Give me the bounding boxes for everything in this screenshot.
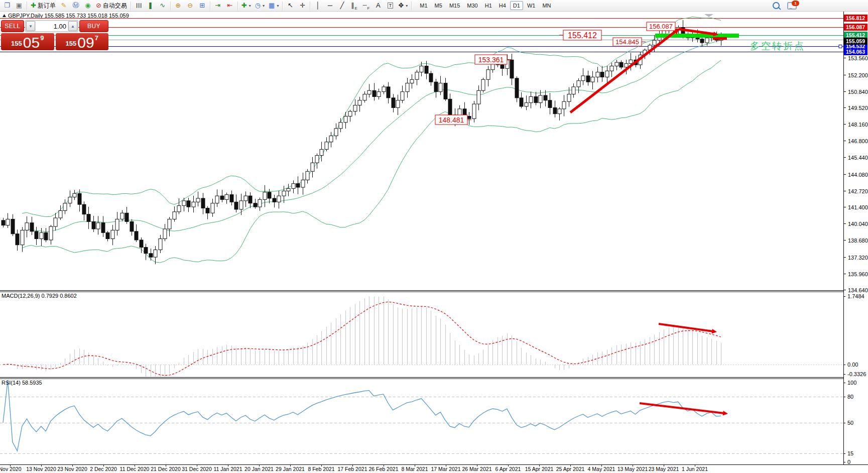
svg-text:26 Mar 2021: 26 Mar 2021 (462, 466, 492, 472)
svg-text:152.200: 152.200 (848, 72, 868, 78)
cursor-icon[interactable]: ↖ (284, 0, 296, 11)
timeframe-m1[interactable]: M1 (417, 1, 430, 10)
new-order-button[interactable]: ✚新订单 (29, 0, 58, 11)
svg-text:13 Nov 2020: 13 Nov 2020 (26, 466, 56, 472)
indicators-glyph: ✚ (241, 1, 247, 10)
auto-scroll-icon: ⇥ (215, 1, 220, 10)
templates-button[interactable]: ▦▾ (267, 0, 281, 11)
metaeditor-icon: ✎ (61, 1, 66, 10)
chart-shift-icon: ⇤ (227, 1, 232, 10)
chevron-down-icon: ▾ (249, 4, 251, 8)
timeframe-h1[interactable]: H1 (482, 1, 495, 10)
metaeditor-icon[interactable]: ✎ (58, 0, 70, 11)
line-handle[interactable] (839, 45, 842, 48)
svg-text:26 Feb 2021: 26 Feb 2021 (369, 466, 399, 472)
equidistant-channel-icon[interactable]: ∥E (348, 0, 360, 11)
data-window-icon[interactable]: ▣ (13, 0, 25, 11)
price-annotation-154-845[interactable]: 154.845 (613, 38, 646, 46)
trendline-icon[interactable]: ╱ (336, 0, 348, 11)
sell-price[interactable]: 155059 (1, 33, 54, 50)
chart-title: GBPJPY,Daily 155.585 155.733 155.018 155… (3, 13, 129, 19)
macd-signal-line (3, 302, 721, 376)
chevron-down-icon: ▾ (263, 4, 265, 8)
sell-price-big: 05 (23, 36, 40, 49)
market-watch-icon[interactable]: ❐ (1, 0, 13, 11)
chat-button[interactable]: 1 (785, 0, 799, 11)
sell-price-prefix: 155 (11, 40, 22, 47)
one-click-trading-panel: SELL ▼ ▲ BUY 155059 155097 (1, 20, 108, 50)
timeframe-m15[interactable]: M15 (446, 1, 463, 10)
svg-text:13 May 2021: 13 May 2021 (617, 466, 648, 472)
svg-text:154.845: 154.845 (615, 38, 639, 46)
price-annotation-153-361[interactable]: 153.361 (475, 55, 511, 64)
vertical-line-icon: │ (316, 1, 320, 10)
text-icon: A (376, 1, 381, 10)
svg-text:23 Nov 2020: 23 Nov 2020 (57, 466, 87, 472)
buy-price[interactable]: 155097 (56, 33, 109, 50)
auto-scroll-icon[interactable]: ⇥ (212, 0, 224, 11)
chart-area: GBPJPY,Daily 155.585 155.733 155.018 155… (0, 0, 868, 473)
svg-text:134.640: 134.640 (848, 287, 868, 293)
zoom-out-icon: ⊖ (187, 1, 193, 10)
buy-price-prefix: 155 (66, 40, 77, 47)
cn-turning-point-text[interactable]: 多空转折点 (750, 41, 805, 51)
crosshair-icon[interactable]: ✛ (296, 0, 308, 11)
text-label-icon[interactable]: T (384, 0, 396, 11)
svg-text:155.412: 155.412 (568, 31, 597, 40)
crosshair-icon: ✛ (300, 1, 305, 10)
timeframe-d1[interactable]: D1 (510, 1, 523, 10)
svg-text:146.800: 146.800 (848, 138, 868, 144)
zoom-in-icon: ⊕ (175, 1, 181, 10)
volume-input[interactable] (36, 21, 68, 31)
price-annotation-148-481[interactable]: 148.481 (435, 115, 471, 125)
line-chart-icon[interactable]: ∿ (157, 0, 169, 11)
svg-text:155.059: 155.059 (846, 38, 865, 44)
timeframe-m30[interactable]: M30 (464, 1, 480, 10)
timeframe-w1[interactable]: W1 (524, 1, 539, 10)
new-order-glyph: ✚ (31, 1, 36, 10)
timeframe-mn[interactable]: MN (539, 1, 554, 10)
periods-button[interactable]: ◷▾ (253, 0, 267, 11)
pane-frame (0, 11, 868, 465)
autotrading-button[interactable]: ⊘自动交易 (94, 0, 129, 11)
search-icon (773, 2, 780, 9)
community-icon[interactable]: Ⓜ (70, 0, 82, 11)
volume-increase-button[interactable]: ▲ (68, 21, 77, 31)
volume-decrease-button[interactable]: ▼ (26, 21, 35, 31)
zoom-out-icon[interactable]: ⊖ (184, 0, 196, 11)
bar-chart-icon[interactable]: ☰ (133, 0, 145, 11)
svg-text:156.087: 156.087 (846, 24, 865, 30)
buy-button[interactable]: BUY (79, 20, 108, 32)
fibonacci-icon[interactable]: ┄F (360, 0, 372, 11)
candlestick-chart-icon[interactable]: ❚ (145, 0, 157, 11)
chat-icon: 1 (787, 2, 797, 10)
timeframe-m5[interactable]: M5 (432, 1, 445, 10)
market-watch-icon: ❐ (4, 1, 10, 10)
price-annotation-156-087[interactable]: 156.087 (647, 22, 675, 31)
fibonacci-icon: ┄ (363, 1, 367, 10)
date-axis: Nov 202013 Nov 202023 Nov 20202 Dec 2020… (0, 464, 708, 472)
indicators-button[interactable]: ✚▾ (239, 0, 253, 11)
price-annotation-155-412[interactable]: 155.412 (559, 30, 601, 40)
tile-windows-icon[interactable]: ⊞ (196, 0, 208, 11)
search-button[interactable] (770, 0, 782, 11)
svg-text:23 May 2021: 23 May 2021 (649, 466, 679, 472)
chart-shift-icon[interactable]: ⇤ (224, 0, 236, 11)
rsi-label: RSI(14) 58.5935 (2, 380, 42, 386)
middle-band (22, 40, 721, 232)
signals-icon[interactable]: ◉ (82, 0, 94, 11)
horizontal-line-icon[interactable]: ─ (324, 0, 336, 11)
chart-shift-marker-icon[interactable] (704, 14, 713, 17)
timeframe-h4[interactable]: H4 (496, 1, 509, 10)
text-icon[interactable]: A (372, 0, 384, 11)
upper-band (22, 17, 721, 217)
svg-text:1 Jun 2021: 1 Jun 2021 (682, 466, 708, 472)
zoom-in-icon[interactable]: ⊕ (172, 0, 184, 11)
svg-text:50: 50 (847, 420, 853, 426)
shapes-button[interactable]: ✥▾ (396, 0, 410, 11)
svg-text:21 Dec 2020: 21 Dec 2020 (151, 466, 181, 472)
red-dash-mark[interactable] (713, 37, 727, 40)
sell-button[interactable]: SELL (1, 20, 24, 32)
vertical-line-icon[interactable]: │ (312, 0, 324, 11)
svg-text:GBPJPY,Daily 155.585 155.733: GBPJPY,Daily 155.585 155.733 155.018 155… (8, 13, 129, 19)
